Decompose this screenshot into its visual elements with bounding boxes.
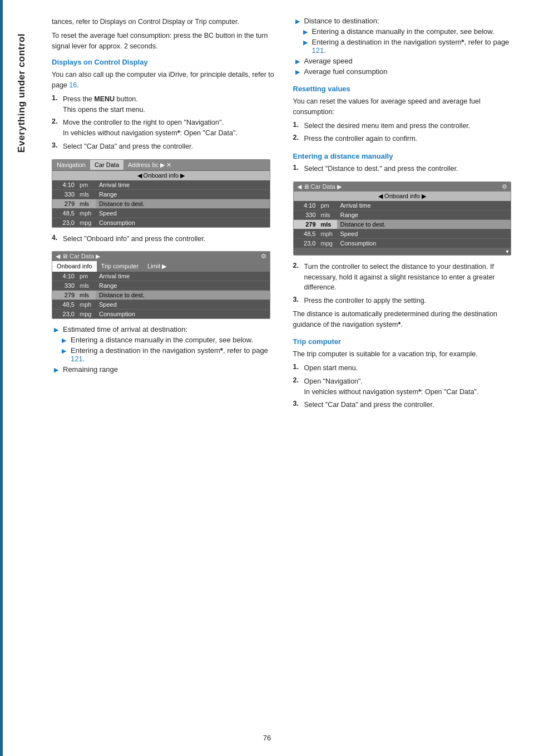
reset-step-1-num: 1. [293,121,301,129]
step-1-num: 1. [52,94,60,102]
screen-3-row-2: 330 mls Range [294,210,511,220]
enter-step-2: 2. Turn the controller to select the dis… [293,262,523,293]
screen-1-row-1: 4:10 pm Arrival time [52,180,270,190]
screen-1-header: Navigation Car Data Address bc ▶ ✕ [52,160,270,171]
enter-step-1-num: 1. [293,164,301,171]
enter-step-3: 3. Press the controller to apply the set… [293,296,523,306]
screen-2: ◀ 🖥 Car Data ▶ ⚙ Onboard info Trip compu… [52,251,270,319]
enter-step-3-text: Press the controller to apply the settin… [304,296,523,306]
screen-3-header: ◀ 🖥 Car Data ▶ ⚙ [294,182,511,192]
step-2: 2. Move the controller to the right to o… [52,117,282,139]
tab-onboard-info: Onboard info [52,261,97,272]
bullet-dist-sub2: ▶ Entering a destination in the navigati… [303,38,523,55]
section-heading-entering: Entering a distance manually [293,152,523,160]
page-number: 76 [263,734,271,742]
link-121[interactable]: 121 [71,355,83,363]
step-1-text: Press the MENU button.This opens the sta… [63,94,282,115]
distance-note: The distance is automatically predetermi… [293,309,523,330]
screen-1-row-5: 23,0 mpg Consumption [52,218,270,227]
screen-1-wrapper: Navigation Car Data Address bc ▶ ✕ ◀ Onb… [52,155,282,232]
trip-step-2-text: Open "Navigation".In vehicles without na… [304,376,523,397]
screen-1-row-4: 48,5 mph Speed [52,209,270,218]
step-4: 4. Select "Onboard info" and press the c… [52,234,282,244]
screen-1-row-2: 330 mls Range [52,190,270,199]
reset-desc: You can reset the values for average spe… [293,96,523,117]
screen-2-header: ◀ 🖥 Car Data ▶ ⚙ [52,252,270,261]
reset-step-2: 2. Press the controller again to confirm… [293,134,523,144]
step-2-text: Move the controller to the right to open… [63,117,282,139]
reset-step-2-text: Press the controller again to confirm. [304,134,523,144]
tab-limit: Limit ▶ [143,261,171,272]
step-3-num: 3. [52,141,60,149]
trip-step-2: 2. Open "Navigation".In vehicles without… [293,376,523,397]
enter-step-2-text: Turn the controller to select the distan… [304,262,523,293]
trip-step-1-num: 1. [293,363,301,371]
screen-2-row-4: 48,5 mph Speed [52,300,270,310]
main-content: tances, refer to Displays on Control Dis… [41,0,534,756]
step-1: 1. Press the MENU button.This opens the … [52,94,282,115]
screen-3: ◀ 🖥 Car Data ▶ ⚙ ◀ Onboard info ▶ 4:10 p… [293,181,512,256]
reset-step-2-num: 2. [293,134,301,141]
step-4-text: Select "Onboard info" and press the cont… [63,234,282,244]
trip-step-3-num: 3. [293,400,301,408]
screen-1-subheader: ◀ Onboard info ▶ [52,171,270,180]
bullet-eta-sub2: ▶ Entering a destination in the navigati… [62,346,282,363]
right-column: ▶ Distance to destination: ▶ Entering a … [293,17,523,739]
trip-step-3: 3. Select "Car Data" and press the contr… [293,400,523,410]
screen-3-row-4: 48,5 mph Speed [294,229,511,239]
left-column: tances, refer to Displays on Control Dis… [52,17,282,739]
bullet-tri-eta: ▶ [54,326,60,333]
section-heading-trip: Trip computer [293,337,523,346]
screen-3-wrapper: ◀ 🖥 Car Data ▶ ⚙ ◀ Onboard info ▶ 4:10 p… [293,177,523,260]
bullet-tri-avg-fuel: ▶ [295,68,301,76]
screen-2-row-1: 4:10 pm Arrival time [52,272,270,281]
enter-step-1-text: Select "Distance to dest." and press the… [304,164,523,174]
section-desc: You can also call up the computer via iD… [52,70,282,91]
screen-1-row-3: 279 mls Distance to dest. [52,199,270,209]
trip-step-3-text: Select "Car Data" and press the controll… [304,400,523,410]
screen-3-row-3: 279 mls Distance to dest. [294,220,511,229]
section-heading-reset: Resetting values [293,85,523,93]
screen-1: Navigation Car Data Address bc ▶ ✕ ◀ Onb… [52,159,270,228]
sidebar: Everything under control [3,0,41,756]
screen-2-row-5: 23,0 mpg Consumption [52,310,270,318]
tab-car-data: Car Data [90,160,123,170]
screen-2-tabs: Onboard info Trip computer Limit ▶ [52,261,270,272]
sidebar-title: Everything under control [16,33,27,153]
step-2-num: 2. [52,117,60,125]
tab-trip-computer: Trip computer [97,261,143,272]
bullet-avg-speed: ▶ Average speed [295,57,523,65]
trip-step-1-text: Open start menu. [304,363,523,374]
step-4-num: 4. [52,234,60,242]
bullet-tri-range: ▶ [54,366,60,374]
screen-3-row-5: 23,0 mpg Consumption [294,239,511,248]
screen-3-subheader: ◀ Onboard info ▶ [294,192,511,201]
trip-step-2-num: 2. [293,376,301,384]
screen-2-row-2: 330 mls Range [52,281,270,291]
bullet-dist-sub1: ▶ Entering a distance manually in the co… [303,27,523,36]
bullet-tri-eta-sub2: ▶ [62,347,67,355]
bullet-tri-dist-sub2: ▶ [303,39,309,46]
tab-address-bc: Address bc ▶ ✕ [123,160,270,170]
tab-navigation: Navigation [52,160,90,170]
reset-step-1: 1. Select the desired menu item and pres… [293,121,523,131]
reset-text: To reset the average fuel consumption: p… [52,31,282,52]
screen-3-row-1: 4:10 pm Arrival time [294,201,511,210]
bullet-avg-fuel: ▶ Average fuel consumption [295,67,523,76]
section-heading-displays: Displays on Control Display [52,58,282,66]
bullet-tri-distance: ▶ [295,18,301,25]
intro-text: tances, refer to Displays on Control Dis… [52,17,282,27]
bullet-tri-avg-speed: ▶ [295,58,301,65]
enter-step-1: 1. Select "Distance to dest." and press … [293,164,523,174]
reset-step-1-text: Select the desired menu item and press t… [304,121,523,131]
link-16[interactable]: 16 [69,81,77,89]
step-3-text: Select "Car Data" and press the controll… [63,141,282,152]
link-121b[interactable]: 121 [312,46,324,55]
bullet-eta: ▶ Estimated time of arrival at destinati… [54,325,282,333]
bullet-tri-dist-sub1: ▶ [303,28,309,36]
screen-2-wrapper: ◀ 🖥 Car Data ▶ ⚙ Onboard info Trip compu… [52,247,282,323]
bullet-tri-eta-sub1: ▶ [62,337,67,344]
bullet-range: ▶ Remaining range [54,365,282,374]
enter-step-2-num: 2. [293,262,301,269]
trip-desc: The trip computer is suitable for a vaca… [293,349,523,360]
